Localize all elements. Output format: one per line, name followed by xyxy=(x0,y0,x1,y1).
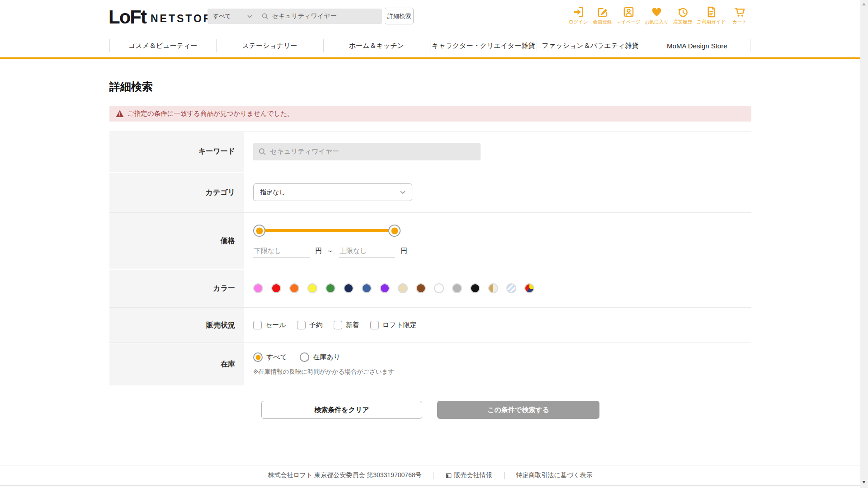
range-separator: ～ xyxy=(326,247,333,255)
detail-search-button[interactable]: 詳細検索 xyxy=(385,8,414,24)
login-link[interactable]: ログイン xyxy=(568,6,588,25)
color-swatch-gray[interactable] xyxy=(452,283,462,293)
submit-search-button[interactable]: この条件で検索する xyxy=(437,401,599,419)
nav-item-character[interactable]: キャラクター・クリエイター雑貨 xyxy=(430,34,537,57)
color-swatch-purple[interactable] xyxy=(380,283,390,293)
login-icon xyxy=(572,6,585,18)
legal-link[interactable]: 特定商取引法に基づく表示 xyxy=(516,471,593,479)
price-range-slider xyxy=(253,225,401,237)
favorites-label: お気に入り xyxy=(645,19,669,25)
nav-item-cosme[interactable]: コスメ＆ビューティー xyxy=(109,34,216,57)
nav-item-home-kitchen[interactable]: ホーム＆キッチン xyxy=(323,34,430,57)
favorites-link[interactable]: お気に入り xyxy=(645,6,669,25)
loft-logo[interactable]: LoFt NETSTORE xyxy=(108,6,222,28)
loft-netstore-advanced-search-page: LoFt NETSTORE すべて 詳細検索 ログイン 会員登録 マイページ お… xyxy=(0,0,868,488)
company-registration-text: 株式会社ロフト 東京都公安委員会 第303319700768号 xyxy=(268,471,421,479)
scrollbar[interactable] xyxy=(860,0,868,488)
price-max-handle[interactable] xyxy=(388,225,401,237)
currency-label-max: 円 xyxy=(401,247,407,255)
chevron-down-icon xyxy=(247,15,252,18)
radio-all[interactable]: すべて xyxy=(253,352,287,362)
color-swatch-beige[interactable] xyxy=(398,283,408,293)
radio-icon xyxy=(253,352,263,362)
category-selected-value: 指定なし xyxy=(260,188,286,197)
header-search-input[interactable] xyxy=(272,13,377,20)
company-info-link[interactable]: 販売会社情報 xyxy=(446,471,492,479)
color-swatch-navy[interactable] xyxy=(344,283,354,293)
order-history-link[interactable]: 注文履歴 xyxy=(673,6,693,25)
loft-logo-mark: LoFt xyxy=(108,6,146,28)
nav-item-moma[interactable]: MoMA Design Store xyxy=(644,34,750,57)
color-swatch-green[interactable] xyxy=(326,283,335,293)
no-results-alert: ご指定の条件に一致する商品が見つかりませんでした。 xyxy=(109,106,751,122)
header-utility-icons: ログイン 会員登録 マイページ お気に入り 注文履歴 ご利用ガイド カート xyxy=(568,6,750,25)
footer-separator xyxy=(434,472,434,479)
price-inputs: 円 ～ 円 xyxy=(253,247,751,258)
color-swatch-brown[interactable] xyxy=(416,283,426,293)
clear-conditions-button[interactable]: 検索条件をクリア xyxy=(261,401,422,419)
checkbox-icon xyxy=(253,321,262,329)
warning-icon xyxy=(116,110,124,117)
search-conditions-form: キーワード カテゴリ 指定なし 価格 xyxy=(109,131,751,385)
color-swatch-clear[interactable] xyxy=(506,283,516,293)
search-category-value: すべて xyxy=(213,12,231,20)
guide-label: ご利用ガイド xyxy=(697,19,726,25)
color-swatch-pink[interactable] xyxy=(253,283,263,293)
radio-all-label: すべて xyxy=(266,353,287,361)
category-nav: コスメ＆ビューティー ステーショナリー ホーム＆キッチン キャラクター・クリエイ… xyxy=(109,34,750,57)
scroll-up-arrow-icon[interactable] xyxy=(862,3,866,5)
checkbox-loft-exclusive[interactable]: ロフト限定 xyxy=(370,321,417,329)
color-swatch-gold-silver[interactable] xyxy=(488,283,498,293)
color-swatch-red[interactable] xyxy=(271,283,281,293)
keyword-input[interactable] xyxy=(270,148,475,155)
cart-link[interactable]: カート xyxy=(730,6,750,25)
mypage-icon xyxy=(623,6,635,18)
nav-item-stationery[interactable]: ステーショナリー xyxy=(216,34,323,57)
category-row: カテゴリ 指定なし xyxy=(109,172,751,212)
sales-status-label: 販売状況 xyxy=(109,308,244,343)
order-history-icon xyxy=(677,6,689,18)
category-label: カテゴリ xyxy=(109,172,244,212)
mypage-link[interactable]: マイページ xyxy=(616,6,640,25)
stock-label: 在庫 xyxy=(109,343,244,385)
guide-icon xyxy=(705,6,717,18)
header-search-bar: すべて xyxy=(208,9,382,24)
checkbox-icon xyxy=(370,321,379,329)
guide-link[interactable]: ご利用ガイド xyxy=(697,6,726,25)
color-swatch-white[interactable] xyxy=(434,283,444,293)
footer-separator xyxy=(504,472,505,479)
radio-in-stock-label: 在庫あり xyxy=(313,353,340,361)
sales-status-row: 販売状況 セール 予約 新着 xyxy=(109,307,751,343)
radio-in-stock[interactable]: 在庫あり xyxy=(300,352,340,362)
checkbox-new-label: 新着 xyxy=(346,321,359,329)
search-category-select[interactable]: すべて xyxy=(208,9,257,24)
scroll-down-arrow-icon[interactable] xyxy=(862,481,866,483)
price-min-handle[interactable] xyxy=(253,225,265,237)
color-swatch-multicolor[interactable] xyxy=(524,283,534,293)
register-link[interactable]: 会員登録 xyxy=(592,6,612,25)
price-min-input[interactable] xyxy=(253,247,310,258)
favorites-icon xyxy=(651,6,663,18)
nav-item-fashion-variety[interactable]: ファッション＆バラエティ雑貨 xyxy=(537,34,643,57)
checkbox-sale[interactable]: セール xyxy=(253,321,286,329)
checkbox-new[interactable]: 新着 xyxy=(334,321,359,329)
color-swatch-orange[interactable] xyxy=(289,283,299,293)
price-label: 価格 xyxy=(109,213,244,269)
stock-row: 在庫 すべて 在庫あり ※在庫情報の反映に時間がかかる場合がございます xyxy=(109,343,751,385)
page-title: 詳細検索 xyxy=(109,80,153,94)
checkbox-reservation[interactable]: 予約 xyxy=(297,321,323,329)
keyword-row: キーワード xyxy=(109,131,751,172)
header-search-field[interactable] xyxy=(257,9,382,24)
search-icon xyxy=(259,148,266,155)
color-swatch-black[interactable] xyxy=(470,283,480,293)
login-label: ログイン xyxy=(569,19,588,25)
keyword-input-wrapper xyxy=(253,143,481,160)
color-row: カラー xyxy=(109,269,751,307)
alert-message: ご指定の条件に一致する商品が見つかりませんでした。 xyxy=(127,109,294,118)
price-max-input[interactable] xyxy=(339,247,395,258)
color-swatch-blue[interactable] xyxy=(362,283,372,293)
color-swatch-yellow[interactable] xyxy=(307,283,317,293)
cart-label: カート xyxy=(732,19,747,25)
chevron-down-icon xyxy=(400,191,406,194)
category-select[interactable]: 指定なし xyxy=(253,183,412,201)
